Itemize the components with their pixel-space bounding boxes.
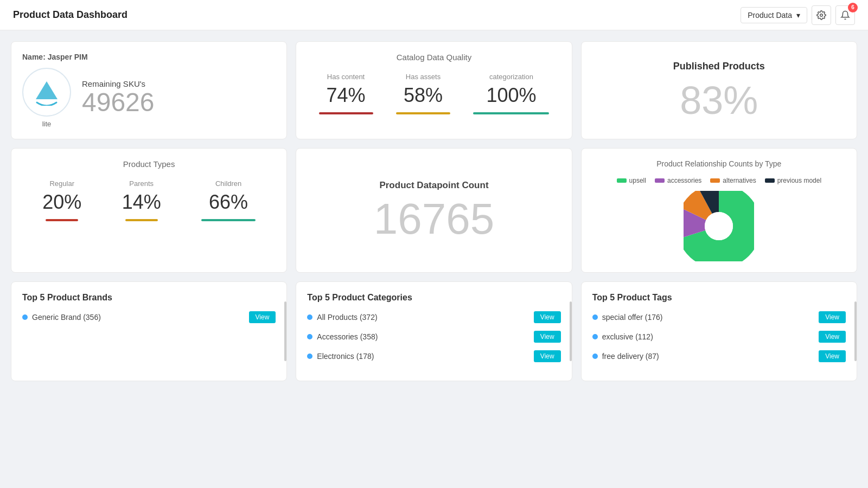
name-prefix: Name: [22, 53, 46, 61]
category-view-button-2[interactable]: View [534, 331, 561, 343]
brands-title: Top 5 Product Brands [22, 293, 276, 303]
chevron-down-icon: ▾ [796, 11, 800, 20]
metric-has-assets: Has assets 58% [396, 73, 450, 114]
settings-button[interactable] [812, 5, 831, 25]
categories-title: Top 5 Product Categories [307, 293, 560, 303]
category-label-2: Accessories (358) [317, 332, 378, 341]
tag-item-3: free delivery (87) View [592, 350, 846, 362]
tag-label-2: exclusive (112) [602, 332, 653, 341]
metric-value-cat: 100% [486, 84, 536, 107]
brand-dot-1 [22, 314, 28, 320]
type-label-children: Children [215, 179, 241, 188]
category-item-3: Electronics (178) View [307, 350, 560, 362]
notification-button[interactable]: 6 [835, 5, 855, 25]
tag-view-button-2[interactable]: View [819, 331, 846, 343]
type-label-parents: Parents [129, 179, 154, 188]
sku-section: Remaining SKU's 49626 [82, 79, 154, 117]
header: Product Data Dashboard Product Data ▾ 6 [0, 0, 868, 30]
datapoint-count-card: Product Datapoint Count 16765 [296, 148, 572, 273]
tag-dot-1 [592, 314, 598, 320]
legend-upsell: upsell [617, 177, 646, 184]
jasper-logo-icon [30, 79, 63, 106]
type-children: Children 66% [201, 179, 256, 221]
name-body: lite Remaining SKU's 49626 [22, 68, 276, 128]
legend-alternatives: alternatives [710, 177, 756, 184]
legend-accessories-label: accessories [667, 177, 701, 184]
dropdown-label: Product Data [748, 11, 792, 20]
tag-dot-3 [592, 354, 598, 359]
type-bar-parents [125, 219, 158, 221]
published-products-card: Published Products 83% [581, 41, 857, 139]
catalog-title: Catalog Data Quality [307, 53, 560, 62]
category-item-left-3: Electronics (178) [307, 352, 374, 361]
category-item-left-2: Accessories (358) [307, 332, 378, 341]
legend-alternatives-label: alternatives [723, 177, 756, 184]
page-title: Product Data Dashboard [13, 9, 127, 21]
category-dot-2 [307, 334, 312, 339]
brand-view-button-1[interactable]: View [249, 311, 276, 323]
catalog-metrics: Has content 74% Has assets 58% categoriz… [307, 73, 560, 114]
metric-bar-content [319, 112, 373, 114]
relationship-pie-chart [684, 191, 754, 261]
category-item-left-1: All Products (372) [307, 313, 377, 322]
pie-chart-container [592, 191, 846, 261]
category-item-1: All Products (372) View [307, 311, 560, 323]
relationship-title: Product Relationship Counts by Type [592, 159, 846, 168]
notification-badge: 6 [848, 3, 858, 12]
metric-bar-assets [396, 112, 450, 114]
metric-has-content: Has content 74% [319, 73, 373, 114]
datapoint-title: Product Datapoint Count [379, 180, 488, 191]
product-types-card: Product Types Regular 20% Parents 14% Ch… [11, 148, 287, 273]
previous-model-dot [765, 178, 775, 183]
legend-upsell-label: upsell [629, 177, 646, 184]
type-bar-children [201, 219, 256, 221]
dashboard-grid: Name: Jasper PIM lite Remaining SKU's [0, 30, 868, 392]
metric-label-content: Has content [327, 73, 365, 81]
metric-categorization: categorization 100% [473, 73, 549, 114]
category-dot-1 [307, 314, 312, 320]
tag-view-button-1[interactable]: View [819, 311, 846, 323]
published-title: Published Products [673, 61, 765, 72]
header-actions: Product Data ▾ 6 [741, 5, 855, 25]
metric-bar-cat [473, 112, 549, 114]
tags-title: Top 5 Product Tags [592, 293, 846, 303]
tag-item-left-1: special offer (176) [592, 313, 663, 322]
category-label-3: Electronics (178) [317, 352, 374, 361]
type-parents: Parents 14% [122, 179, 161, 221]
product-data-dropdown[interactable]: Product Data ▾ [741, 7, 807, 23]
logo-circle [22, 68, 71, 117]
legend-accessories: accessories [655, 177, 701, 184]
relationship-counts-card: Product Relationship Counts by Type upse… [581, 148, 857, 273]
relationship-legend: upsell accessories alternatives previous… [592, 177, 846, 184]
sku-label: Remaining SKU's [82, 79, 154, 88]
category-view-button-3[interactable]: View [534, 350, 561, 362]
type-value-regular: 20% [42, 191, 81, 214]
category-view-button-1[interactable]: View [534, 311, 561, 323]
types-metrics: Regular 20% Parents 14% Children 66% [22, 179, 276, 221]
category-label-1: All Products (372) [317, 313, 377, 322]
name-value: Jasper PIM [48, 53, 88, 61]
type-value-parents: 14% [122, 191, 161, 214]
datapoint-value: 16765 [374, 197, 494, 241]
tag-label-3: free delivery (87) [602, 352, 659, 361]
brand-item-1: Generic Brand (356) View [22, 311, 276, 323]
top-brands-card: Top 5 Product Brands Generic Brand (356)… [11, 281, 287, 381]
catalog-quality-card: Catalog Data Quality Has content 74% Has… [296, 41, 572, 139]
tag-item-left-3: free delivery (87) [592, 352, 659, 361]
tag-label-1: special offer (176) [602, 313, 663, 322]
svg-marker-1 [36, 81, 58, 99]
alternatives-dot [710, 178, 720, 183]
type-label-regular: Regular [49, 179, 74, 188]
type-value-children: 66% [209, 191, 248, 214]
name-label: Name: Jasper PIM [22, 53, 276, 61]
product-types-title: Product Types [22, 159, 276, 169]
tag-view-button-3[interactable]: View [819, 350, 846, 362]
type-regular: Regular 20% [42, 179, 81, 221]
top-categories-card: Top 5 Product Categories All Products (3… [296, 281, 572, 381]
tag-item-1: special offer (176) View [592, 311, 846, 323]
logo-area: lite [22, 68, 71, 128]
metric-value-assets: 58% [404, 84, 443, 107]
legend-previous-model: previous model [765, 177, 821, 184]
metric-label-assets: Has assets [406, 73, 441, 81]
upsell-dot [617, 178, 627, 183]
